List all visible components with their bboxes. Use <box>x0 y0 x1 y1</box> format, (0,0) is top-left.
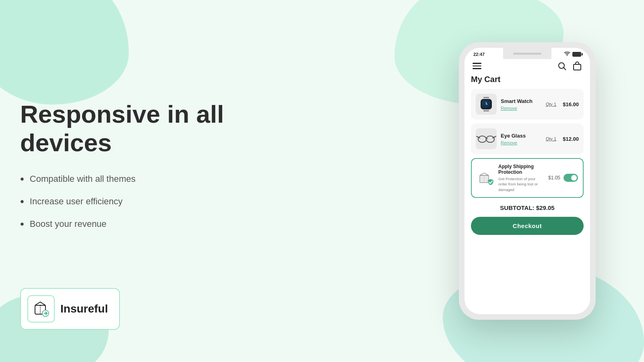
svg-rect-9 <box>483 97 489 98</box>
svg-point-5 <box>567 55 568 56</box>
eyeglass-qty: Qty 1 <box>546 136 556 141</box>
shipping-desc: Get Protection of your order from being … <box>498 176 544 192</box>
subtotal: SUBTOTAL: $29.05 <box>471 204 584 211</box>
eyeglass-svg <box>476 132 497 145</box>
smartwatch-price: $16.00 <box>563 101 579 107</box>
checkout-button[interactable]: Checkout <box>471 217 584 235</box>
smartwatch-svg <box>478 95 494 113</box>
app-header <box>464 59 590 75</box>
insureful-icon <box>32 300 50 318</box>
smartwatch-details: Smart Watch Remove <box>501 98 542 111</box>
phone-screen: 22:47 <box>464 48 590 314</box>
smartwatch-right: Qty 1 $16.00 <box>546 101 579 107</box>
smartwatch-qty: Qty 1 <box>546 102 556 107</box>
svg-rect-8 <box>574 64 581 70</box>
eyeglass-price: $12.00 <box>563 136 579 142</box>
features-list: Compatible with all themes Increase user… <box>20 172 294 230</box>
logo-text: Insureful <box>60 302 108 315</box>
cart-title: My Cart <box>471 75 584 84</box>
cart-content: My Cart <box>464 75 590 235</box>
hamburger-menu[interactable] <box>473 63 481 69</box>
feature-item-2: Increase user efficiency <box>20 195 294 208</box>
phone-notch <box>503 48 551 59</box>
eyeglass-name: Eye Glass <box>501 133 542 139</box>
eyeglass-remove[interactable]: Remove <box>501 140 542 145</box>
eyeglass-image <box>476 128 497 149</box>
feature-item-3: Boost your revenue <box>20 217 294 230</box>
shipping-protection: Apply Shipping Protection Get Protection… <box>471 158 584 198</box>
bag-icon[interactable] <box>572 61 582 71</box>
logo-badge: Insureful <box>20 288 120 330</box>
svg-point-6 <box>559 63 564 68</box>
shipping-price: $1.05 <box>548 175 560 181</box>
header-actions <box>557 61 582 71</box>
phone-container: 22:47 <box>459 42 596 320</box>
left-section: Responsive in all devices Compatible wit… <box>20 100 294 263</box>
svg-line-7 <box>564 68 566 70</box>
cart-item-eyeglass: Eye Glass Remove Qty 1 $12.00 <box>471 123 584 154</box>
shipping-info: Apply Shipping Protection Get Protection… <box>498 164 544 192</box>
status-time: 22:47 <box>473 52 485 57</box>
feature-item-1: Compatible with all themes <box>20 172 294 185</box>
logo-icon <box>27 295 55 323</box>
svg-point-20 <box>486 136 494 142</box>
smartwatch-image <box>476 94 497 115</box>
shipping-title: Apply Shipping Protection <box>498 164 544 175</box>
svg-rect-10 <box>483 110 489 111</box>
eyeglass-right: Qty 1 $12.00 <box>546 136 579 142</box>
cart-item-smartwatch: Smart Watch Remove Qty 1 $16.00 <box>471 89 584 119</box>
phone-mockup: 22:47 <box>459 42 596 320</box>
eyeglass-details: Eye Glass Remove <box>501 133 542 145</box>
smartwatch-name: Smart Watch <box>501 98 542 104</box>
svg-point-19 <box>478 136 486 142</box>
smartwatch-remove[interactable]: Remove <box>501 106 542 111</box>
search-icon[interactable] <box>557 61 567 71</box>
wifi-icon <box>564 51 570 57</box>
status-icons <box>564 51 581 57</box>
main-heading: Responsive in all devices <box>20 100 294 157</box>
shipping-right: $1.05 <box>548 174 578 182</box>
notch-bar <box>513 53 541 55</box>
shipping-toggle[interactable] <box>564 174 578 182</box>
shipping-protection-icon <box>477 169 494 187</box>
battery-icon <box>572 52 581 57</box>
background-blob-tl <box>0 0 129 105</box>
